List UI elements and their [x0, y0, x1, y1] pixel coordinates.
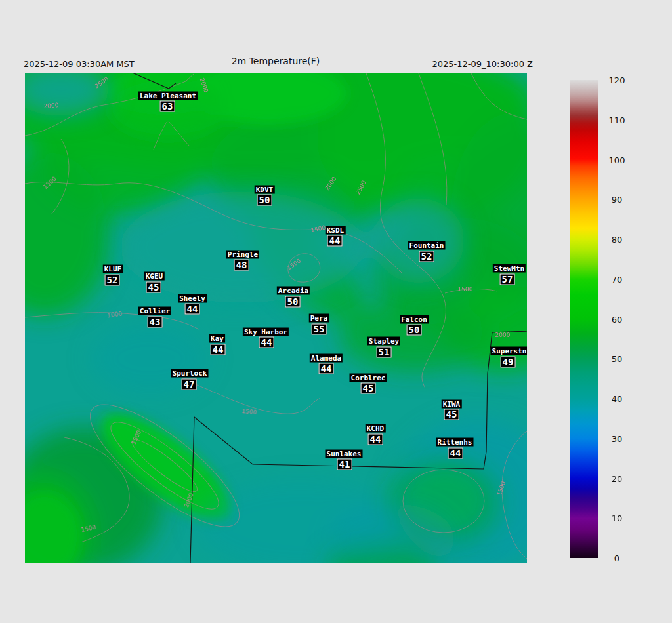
station-label: KSDL: [326, 226, 346, 235]
station-value: 52: [105, 275, 120, 286]
station-value: 41: [337, 459, 352, 470]
station-value: 45: [146, 282, 161, 293]
station-label: Superstn: [491, 347, 527, 355]
station-value: 44: [327, 235, 343, 247]
contour-elevation-label: 1500: [310, 224, 326, 234]
station-label: Pringle: [226, 251, 259, 259]
station-value: 57: [500, 274, 515, 285]
station-value: 48: [234, 260, 249, 271]
station-value: 50: [285, 296, 301, 308]
contour-elevation-label: 2500: [94, 75, 110, 89]
station-label: Alameda: [310, 354, 343, 363]
station-label: StewMtn: [493, 264, 526, 273]
contour-elevation-label: 1500: [81, 524, 96, 534]
colorbar-tick-label: 60: [612, 314, 623, 324]
contour-elevation-label: 2000: [43, 102, 59, 110]
station-label: Falcon: [400, 315, 429, 324]
colorbar-tick-label: 30: [612, 433, 623, 443]
contour-elevation-label: 1500: [286, 257, 302, 271]
contour-elevation-label: 2000: [183, 492, 195, 509]
contour-elevation-label: 1500: [242, 408, 257, 416]
contour-elevation-label: 2000: [324, 176, 337, 191]
contour-elevation-label: 2500: [354, 180, 368, 196]
local-timestamp: 2025-12-09 03:30AM MST: [24, 59, 135, 69]
colorbar-tick-label: 90: [612, 195, 623, 205]
colorbar-tick-label: 120: [609, 75, 625, 85]
temperature-map: Lake Pleasant63KDVT50KSDL44Fountain52Pri…: [25, 73, 527, 563]
station-value: 49: [501, 357, 516, 368]
station-value: 47: [182, 379, 197, 390]
station-label: Corblrec: [350, 374, 387, 382]
station-value: 44: [185, 304, 200, 315]
station-label: Rittenhs: [436, 438, 474, 447]
weather-map-page: 2025-12-09 03:30AM MST 2m Temperature(F)…: [0, 0, 672, 623]
station-label: Spurlock: [171, 369, 209, 378]
station-value: 63: [160, 101, 175, 112]
station-label: Lake Pleasant: [138, 92, 198, 100]
station-label: Collier: [138, 307, 171, 315]
station-overlay: Lake Pleasant63KDVT50KSDL44Fountain52Pri…: [25, 73, 527, 563]
colorbar-tick-label: 100: [609, 155, 625, 165]
colorbar-tick-label: 80: [612, 235, 623, 245]
station-value: 45: [444, 409, 459, 420]
station-value: 44: [319, 363, 334, 374]
colorbar: [570, 80, 598, 558]
colorbar-tick-label: 10: [612, 513, 623, 523]
station-value: 44: [448, 448, 463, 459]
contour-elevation-label: 1500: [496, 481, 507, 497]
station-label: KLUF: [103, 265, 123, 273]
contour-elevation-label: 1500: [42, 176, 58, 191]
station-value: 52: [419, 251, 434, 262]
contour-elevation-label: 1500: [131, 430, 143, 446]
station-value: 55: [312, 324, 327, 335]
station-value: 45: [361, 383, 376, 394]
station-value: 44: [259, 337, 274, 348]
station-label: KDVT: [255, 186, 275, 194]
colorbar-tick-label: 50: [612, 354, 623, 364]
colorbar-tick-label: 20: [612, 473, 623, 483]
station-label: Kay: [209, 334, 225, 343]
station-value: 50: [407, 325, 422, 336]
station-value: 50: [257, 195, 272, 206]
station-label: KCHD: [366, 424, 386, 433]
contour-elevation-label: 1500: [458, 286, 473, 292]
station-value: 51: [377, 347, 392, 358]
station-label: KIWA: [442, 400, 462, 409]
station-label: Stapley: [368, 337, 400, 346]
contour-elevation-label: 2000: [495, 332, 511, 338]
station-label: Sky Harbor: [243, 328, 289, 336]
station-value: 44: [368, 434, 383, 445]
colorbar-tick-label: 70: [612, 274, 623, 284]
map-title: 2m Temperature(F): [232, 56, 320, 66]
station-label: Fountain: [408, 241, 446, 250]
station-label: Sunlakes: [326, 450, 363, 458]
station-label: KGEU: [144, 272, 165, 281]
station-label: Pera: [309, 314, 329, 323]
colorbar-tick-label: 40: [612, 394, 623, 404]
station-label: Arcadia: [277, 287, 310, 295]
station-value: 43: [148, 317, 163, 328]
contour-elevation-label: 2000: [199, 77, 210, 94]
utc-timestamp: 2025-12-09_10:30:00 Z: [432, 59, 533, 69]
colorbar-tick-label: 0: [614, 553, 620, 563]
colorbar-tick-label: 110: [609, 115, 625, 125]
contour-elevation-label: 1000: [107, 310, 123, 319]
station-value: 44: [211, 344, 226, 355]
station-label: Sheely: [178, 294, 207, 303]
